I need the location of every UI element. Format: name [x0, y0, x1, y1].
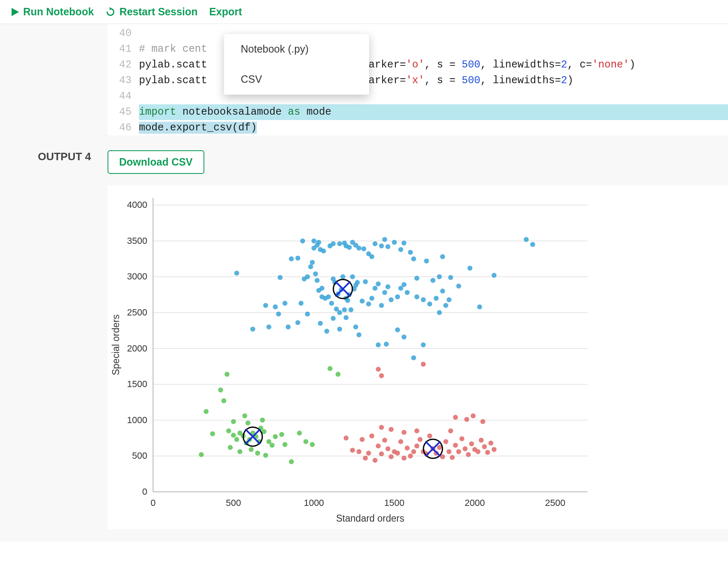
svg-point-137: [295, 320, 300, 325]
svg-point-152: [228, 445, 233, 450]
svg-point-144: [353, 325, 358, 330]
svg-point-149: [221, 398, 226, 403]
restart-session-label: Restart Session: [120, 6, 198, 18]
svg-point-136: [286, 325, 291, 330]
svg-point-95: [342, 307, 347, 312]
svg-point-145: [199, 452, 204, 457]
svg-point-113: [389, 297, 394, 302]
svg-point-28: [234, 271, 239, 276]
svg-point-123: [440, 289, 445, 294]
svg-point-44: [357, 245, 362, 250]
svg-point-52: [392, 240, 397, 245]
export-button[interactable]: Export: [209, 6, 242, 18]
svg-text:Standard orders: Standard orders: [336, 513, 405, 524]
svg-point-55: [408, 250, 413, 255]
svg-point-128: [357, 332, 362, 337]
svg-point-230: [476, 449, 481, 454]
svg-text:1500: 1500: [127, 379, 147, 389]
svg-point-48: [373, 241, 378, 246]
svg-point-132: [421, 342, 426, 347]
svg-point-135: [276, 312, 281, 317]
svg-point-110: [379, 303, 384, 308]
svg-point-105: [363, 279, 368, 284]
svg-point-54: [402, 241, 407, 245]
svg-text:2500: 2500: [545, 498, 565, 508]
svg-point-183: [344, 436, 349, 440]
svg-point-64: [467, 266, 472, 271]
svg-point-74: [295, 255, 300, 260]
svg-point-186: [360, 437, 365, 442]
svg-point-68: [530, 242, 535, 247]
svg-point-79: [310, 260, 315, 265]
svg-point-66: [491, 273, 496, 278]
svg-point-108: [373, 286, 378, 291]
svg-point-174: [273, 434, 278, 439]
svg-text:500: 500: [132, 450, 147, 461]
run-notebook-button[interactable]: Run Notebook: [12, 6, 94, 18]
code-cell[interactable]: 40414243444546 # mark centpylab.scatt , …: [108, 24, 728, 136]
svg-point-130: [402, 335, 407, 339]
svg-point-99: [348, 307, 353, 312]
content-column: 40414243444546 # mark centpylab.scatt , …: [108, 24, 728, 136]
svg-text:2000: 2000: [127, 343, 147, 354]
svg-point-171: [263, 453, 268, 458]
svg-point-97: [345, 298, 350, 303]
svg-point-239: [421, 362, 426, 367]
output-label: OUTPUT 4: [0, 150, 108, 542]
svg-point-117: [405, 290, 410, 295]
svg-point-147: [210, 431, 215, 436]
svg-point-100: [350, 274, 355, 279]
svg-point-189: [369, 433, 374, 438]
svg-point-187: [363, 456, 368, 461]
svg-point-224: [462, 446, 467, 451]
download-csv-button[interactable]: Download CSV: [108, 150, 204, 174]
svg-point-221: [453, 415, 458, 420]
svg-point-184: [350, 448, 355, 453]
svg-point-143: [344, 315, 349, 320]
svg-point-180: [310, 442, 315, 447]
svg-point-57: [414, 276, 419, 281]
svg-text:0: 0: [151, 498, 156, 508]
svg-point-185: [357, 449, 362, 454]
svg-point-206: [414, 443, 419, 448]
svg-point-218: [448, 428, 453, 433]
svg-point-235: [489, 440, 493, 445]
svg-point-75: [299, 301, 304, 306]
svg-point-219: [450, 455, 455, 460]
svg-point-70: [273, 304, 278, 309]
scatter-chart: 0500100015002000250030003500400005001000…: [108, 185, 728, 529]
svg-point-178: [297, 431, 302, 436]
export-csv[interactable]: CSV: [224, 64, 369, 94]
svg-point-191: [376, 443, 381, 448]
svg-point-37: [331, 241, 336, 246]
output-section: OUTPUT 4 Download CSV 050010001500200025…: [0, 136, 728, 542]
svg-point-202: [402, 430, 407, 435]
svg-point-223: [460, 436, 465, 441]
svg-point-159: [242, 413, 247, 418]
svg-point-232: [480, 419, 485, 424]
svg-point-116: [402, 282, 407, 287]
svg-point-53: [398, 247, 403, 252]
svg-point-142: [337, 327, 342, 332]
svg-point-50: [382, 237, 387, 242]
svg-point-71: [278, 275, 283, 280]
svg-point-203: [405, 445, 410, 450]
svg-point-146: [204, 409, 208, 414]
svg-point-124: [443, 303, 448, 308]
svg-point-179: [303, 439, 308, 444]
svg-point-233: [482, 444, 487, 449]
svg-text:Special orders: Special orders: [110, 314, 121, 375]
svg-point-119: [421, 297, 426, 302]
svg-point-122: [437, 310, 442, 315]
svg-point-141: [331, 316, 336, 321]
svg-text:3500: 3500: [127, 236, 147, 246]
svg-point-211: [427, 433, 432, 438]
svg-point-59: [431, 278, 436, 283]
svg-text:1000: 1000: [304, 498, 324, 508]
output-body: Download CSV 050010001500200025003000350…: [108, 150, 728, 542]
restart-session-button[interactable]: Restart Session: [105, 6, 198, 18]
svg-point-106: [366, 301, 371, 306]
export-notebook-py[interactable]: Notebook (.py): [224, 34, 369, 64]
svg-point-58: [424, 258, 429, 263]
svg-point-29: [300, 238, 305, 243]
